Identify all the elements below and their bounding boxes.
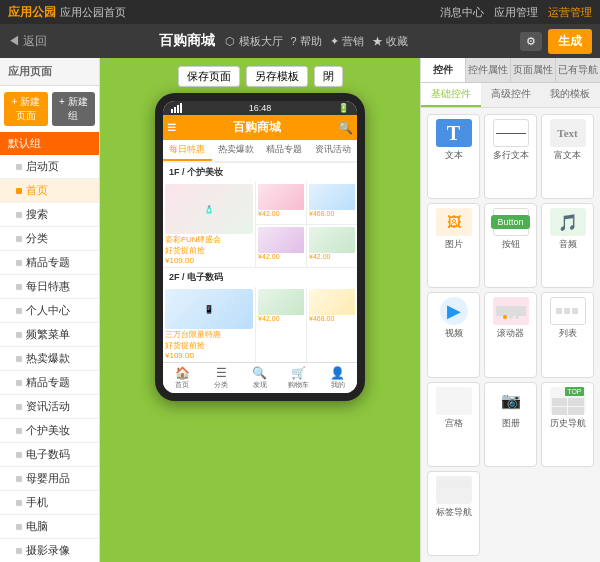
sidebar-item-home[interactable]: 首页 [0,179,99,203]
video-widget-icon: ▶ [440,297,468,325]
phone-bottom-discover[interactable]: 🔍 发现 [241,366,280,390]
phone-menu-icon: ☰ [167,122,176,133]
phone-product-5[interactable]: ¥42.00 [256,287,306,362]
nav-template-hall[interactable]: ⬡ 模板大厅 [225,34,282,49]
sidebar-item-computer[interactable]: 电脑 [0,515,99,539]
save-template-button[interactable]: 另存模板 [246,66,308,87]
widget-image[interactable]: 🖼 图片 [427,203,480,288]
widget-history[interactable]: TOP 历史导航 [541,382,594,467]
sidebar-item-search[interactable]: 搜索 [0,203,99,227]
dot-icon [16,404,22,410]
phone-product-2[interactable]: ¥468.00 [307,182,357,224]
album-widget-icon: 📷 [493,387,529,415]
back-button[interactable]: ◀ 返回 [8,33,47,50]
product-img-5 [258,289,304,315]
widget-album[interactable]: 📷 图册 [484,382,537,467]
right-panel: 控件 控件属性 页面属性 已有导航 基础控件 高级控件 我的模板 T 文本 [420,58,600,562]
phone-frame: 16:48 🔋 ☰ 百购商城 🔍 每日特惠 热卖爆款 精品专题 资讯活动 [155,93,365,401]
sidebar-header: 应用页面 [0,58,99,86]
widget-multitext[interactable]: 多行文本 [484,114,537,199]
subtab-basic[interactable]: 基础控件 [421,83,481,107]
sidebar-item-mobile[interactable]: 手机 [0,491,99,515]
app-manage-link[interactable]: 应用管理 [494,5,538,20]
sidebar-item-profile[interactable]: 个人中心 [0,299,99,323]
subtab-my-template[interactable]: 我的模板 [540,83,600,107]
category-icon: ☰ [202,366,241,380]
new-page-button[interactable]: + 新建页面 [4,92,48,126]
nav-favorites[interactable]: ★ 收藏 [372,34,408,49]
sidebar-item-electronics[interactable]: 电子数码 [0,443,99,467]
history-widget-label: 历史导航 [550,417,586,430]
phone-search-icon[interactable]: 🔍 [338,121,353,135]
tab-page-props[interactable]: 页面属性 [511,58,556,82]
phone-bottom-home[interactable]: 🏠 首页 [163,366,202,390]
phone-tab-hot[interactable]: 热卖爆款 [212,140,261,161]
sidebar-group-default[interactable]: 默认组 [0,132,99,155]
product-img-3 [258,227,304,253]
nav-promotion[interactable]: ✦ 营销 [330,34,364,49]
logo[interactable]: 应用公园 [8,4,56,21]
tabbar-widget-label: 标签导航 [436,506,472,519]
sidebar-item-daily[interactable]: 每日特惠 [0,275,99,299]
sidebar-actions: + 新建页面 + 新建组 [0,86,99,132]
sidebar-item-featured[interactable]: 精品专题 [0,251,99,275]
subtab-advanced[interactable]: 高级控件 [481,83,541,107]
phone-product-3[interactable]: ¥42.00 [256,225,306,267]
settings-button[interactable]: ⚙ [520,32,542,51]
close-preview-button[interactable]: 閉 [314,66,343,87]
tabbar-widget-icon [436,476,472,504]
text-widget-icon: T [436,119,472,147]
tab-nav[interactable]: 已有导航 [556,58,600,82]
audio-widget-icon: 🎵 [550,208,586,236]
tab-widget-props[interactable]: 控件属性 [466,58,511,82]
right-tabs: 控件 控件属性 页面属性 已有导航 [421,58,600,83]
nav-help[interactable]: ? 帮助 [291,34,322,49]
video-widget-label: 视频 [445,327,463,340]
phone-product-6[interactable]: ¥468.00 [307,287,357,362]
sidebar-item-category[interactable]: 分类 [0,227,99,251]
widget-grid-widget[interactable]: 宫格 [427,382,480,467]
dot-icon [16,476,22,482]
sidebar-item-photo[interactable]: 摄影录像 [0,539,99,562]
cart-icon: 🛒 [279,366,318,380]
sidebar-item-hot[interactable]: 热卖爆款 [0,347,99,371]
app-title: 百购商城 [159,32,215,50]
widget-button[interactable]: Button 按钮 [484,203,537,288]
phone-tab-news[interactable]: 资讯活动 [309,140,358,161]
phone-tab-featured[interactable]: 精品专题 [260,140,309,161]
widget-audio[interactable]: 🎵 音频 [541,203,594,288]
widget-carousel[interactable]: 滚动器 [484,292,537,377]
phone-section2-promo: 📱 三万台限量特惠 好货提前抢 ¥109.00 [163,287,256,362]
phone-product-1[interactable]: ¥42.00 [256,182,306,224]
app-home-link[interactable]: 应用公园首页 [60,5,126,20]
ops-link[interactable]: 运营管理 [548,5,592,20]
phone-product-4[interactable]: ¥42.00 [307,225,357,267]
new-group-button[interactable]: + 新建组 [52,92,96,126]
phone-promo-sub: 好货提前抢 [165,245,253,256]
phone-bottom-profile[interactable]: 👤 我的 [318,366,357,390]
phone-tab-daily[interactable]: 每日特惠 [163,140,212,161]
widget-richtext[interactable]: Text 富文本 [541,114,594,199]
widget-text[interactable]: T 文本 [427,114,480,199]
save-page-button[interactable]: 保存页面 [178,66,240,87]
second-bar-center: 百购商城 ⬡ 模板大厅 ? 帮助 ✦ 营销 ★ 收藏 [159,32,407,50]
phone-section2-price: ¥109.00 [165,351,253,360]
widget-list[interactable]: 列表 [541,292,594,377]
tab-widgets[interactable]: 控件 [421,58,466,82]
sidebar-item-beauty[interactable]: 个护美妆 [0,419,99,443]
widget-tabbar[interactable]: 标签导航 [427,471,480,556]
sidebar-item-news[interactable]: 资讯活动 [0,395,99,419]
generate-button[interactable]: 生成 [548,29,592,54]
sidebar-item-baby[interactable]: 母婴用品 [0,467,99,491]
message-center-link[interactable]: 消息中心 [440,5,484,20]
sidebar-item-launch[interactable]: 启动页 [0,155,99,179]
sidebar-item-featured2[interactable]: 精品专题 [0,371,99,395]
dot-icon [16,236,22,242]
discover-icon: 🔍 [241,366,280,380]
phone-bottom-cart[interactable]: 🛒 购物车 [279,366,318,390]
top-nav-left: 应用公园 应用公园首页 [8,4,126,21]
sidebar-item-frequent[interactable]: 频繁菜单 [0,323,99,347]
widget-video[interactable]: ▶ 视频 [427,292,480,377]
carousel-widget-label: 滚动器 [497,327,524,340]
phone-bottom-category[interactable]: ☰ 分类 [202,366,241,390]
